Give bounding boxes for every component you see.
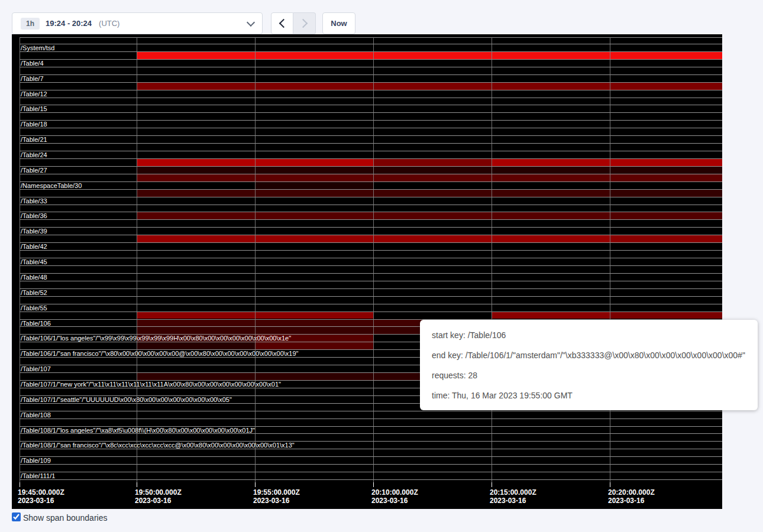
heatmap-band: [12, 312, 722, 319]
heatmap-bucket[interactable]: [373, 83, 492, 90]
heatmap-bucket[interactable]: [255, 174, 373, 181]
heatmap-bucket[interactable]: [492, 235, 610, 242]
heatmap-bucket[interactable]: [137, 83, 255, 90]
heatmap-bucket[interactable]: [255, 312, 373, 319]
now-button[interactable]: Now: [322, 12, 355, 34]
heatmap-bucket[interactable]: [610, 235, 722, 242]
heatmap-row[interactable]: /Table/15: [12, 105, 722, 120]
heatmap-bucket[interactable]: [492, 52, 610, 59]
heatmap-row[interactable]: /Table/36: [12, 212, 722, 227]
heatmap-bucket[interactable]: [255, 52, 373, 59]
heatmap-row[interactable]: /Table/12: [12, 90, 722, 105]
time-range-label: 19:24 - 20:24: [46, 19, 92, 28]
heatmap-row[interactable]: /Table/109: [12, 456, 722, 472]
heatmap-bucket[interactable]: [373, 52, 492, 59]
heatmap-bucket[interactable]: [255, 327, 373, 334]
x-axis-label: 20:15:00.000Z2023-03-16: [490, 488, 536, 505]
span-boundary-line: [20, 67, 722, 67]
heatmap-bucket[interactable]: [255, 190, 373, 197]
heatmap-bucket[interactable]: [255, 342, 373, 349]
heatmap-bucket[interactable]: [610, 190, 722, 197]
heatmap-bucket[interactable]: [492, 190, 610, 197]
heatmap-bucket[interactable]: [137, 212, 255, 219]
heatmap-bucket[interactable]: [255, 182, 373, 189]
heatmap-bucket[interactable]: [137, 167, 255, 174]
heatmap-bucket[interactable]: [610, 212, 722, 219]
heatmap-bucket[interactable]: [137, 327, 255, 334]
span-boundary-line: [20, 419, 722, 419]
heatmap-bucket[interactable]: [373, 174, 492, 181]
span-boundary-line: [20, 44, 722, 44]
row-key-label: /Table/107/1/"new york"/"\x11\x11\x11\x1…: [21, 381, 281, 388]
x-axis-label: 19:45:00.000Z2023-03-16: [18, 488, 64, 505]
heatmap-row[interactable]: /Table/48: [12, 273, 722, 288]
row-key-label: /Table/45: [21, 258, 47, 265]
heatmap-row[interactable]: /Table/24: [12, 151, 722, 166]
heatmap-bucket[interactable]: [255, 320, 373, 327]
heatmap-bucket[interactable]: [373, 212, 492, 219]
heatmap-bucket[interactable]: [492, 212, 610, 219]
heatmap-bucket[interactable]: [610, 174, 722, 181]
heatmap-bucket[interactable]: [137, 342, 255, 349]
heatmap-row[interactable]: /NamespaceTable/30: [12, 181, 722, 197]
row-key-label: /Table/4: [21, 60, 44, 67]
heatmap-bucket[interactable]: [610, 167, 722, 174]
heatmap-row[interactable]: /Table/7: [12, 74, 722, 90]
prev-time-button[interactable]: [271, 12, 293, 34]
row-key-label: /System/tsd: [21, 44, 54, 51]
show-span-boundaries-checkbox[interactable]: [12, 512, 21, 521]
heatmap-bucket[interactable]: [492, 167, 610, 174]
row-key-label: /Table/42: [21, 243, 47, 250]
heatmap-row[interactable]: /Table/18: [12, 120, 722, 135]
heatmap-bucket[interactable]: [137, 320, 255, 327]
heatmap-bucket[interactable]: [255, 235, 373, 242]
heatmap-bucket[interactable]: [137, 312, 255, 319]
heatmap-bucket[interactable]: [137, 174, 255, 181]
heatmap-row[interactable]: /Table/39: [12, 227, 722, 242]
heatmap-row[interactable]: /System/tsd: [12, 44, 722, 59]
heatmap-row[interactable]: /Table/108/1/"los angeles"/"\xa8\xf5\u00…: [12, 426, 722, 442]
heatmap-bucket[interactable]: [137, 235, 255, 242]
heatmap-row[interactable]: /Table/111/1: [12, 472, 722, 487]
heatmap-bucket[interactable]: [373, 235, 492, 242]
row-key-label: /Table/36: [21, 212, 47, 219]
heatmap-bucket[interactable]: [255, 159, 373, 166]
heatmap-row[interactable]: /Table/55: [12, 304, 722, 319]
heatmap-row[interactable]: /Table/21: [12, 135, 722, 151]
heatmap-row[interactable]: /Table/4: [12, 59, 722, 74]
next-time-button[interactable]: [293, 12, 316, 34]
span-boundary-line: [20, 464, 722, 465]
span-boundary-line: [20, 265, 722, 266]
heatmap-bucket[interactable]: [255, 167, 373, 174]
heatmap-bucket[interactable]: [610, 52, 722, 59]
heatmap-bucket[interactable]: [137, 373, 255, 380]
heatmap-bucket[interactable]: [373, 159, 492, 166]
heatmap-bucket[interactable]: [255, 373, 373, 380]
row-key-label: /Table/39: [21, 228, 47, 235]
heatmap-row[interactable]: /Table/108: [12, 411, 722, 426]
span-boundary-line: [20, 74, 722, 75]
heatmap-bucket[interactable]: [610, 159, 722, 166]
heatmap-row[interactable]: /Table/42: [12, 242, 722, 258]
heatmap-bucket[interactable]: [373, 190, 492, 197]
heatmap-bucket[interactable]: [137, 52, 255, 59]
heatmap-row[interactable]: /Table/33: [12, 197, 722, 212]
heatmap-bucket[interactable]: [492, 174, 610, 181]
heatmap-bucket[interactable]: [492, 312, 610, 319]
heatmap-bucket[interactable]: [492, 159, 610, 166]
time-range-selector[interactable]: 1h 19:24 - 20:24 (UTC): [12, 12, 263, 34]
heatmap-bucket[interactable]: [137, 159, 255, 166]
key-visualizer-heatmap[interactable]: /System/tsd/Table/4/Table/7/Table/12/Tab…: [12, 34, 722, 509]
heatmap-bucket[interactable]: [610, 83, 722, 90]
heatmap-row[interactable]: /Table/27: [12, 166, 722, 181]
heatmap-row[interactable]: /Table/108/1/"san francisco"/"\x8c\xcc\x…: [12, 441, 722, 456]
heatmap-bucket[interactable]: [373, 167, 492, 174]
heatmap-bucket[interactable]: [492, 83, 610, 90]
heatmap-bucket[interactable]: [255, 212, 373, 219]
x-axis-label: 19:50:00.000Z2023-03-16: [135, 488, 182, 505]
heatmap-row[interactable]: /Table/45: [12, 258, 722, 273]
heatmap-bucket[interactable]: [610, 312, 722, 319]
heatmap-bucket[interactable]: [137, 190, 255, 197]
heatmap-bucket[interactable]: [255, 83, 373, 90]
heatmap-row[interactable]: /Table/52: [12, 288, 722, 304]
